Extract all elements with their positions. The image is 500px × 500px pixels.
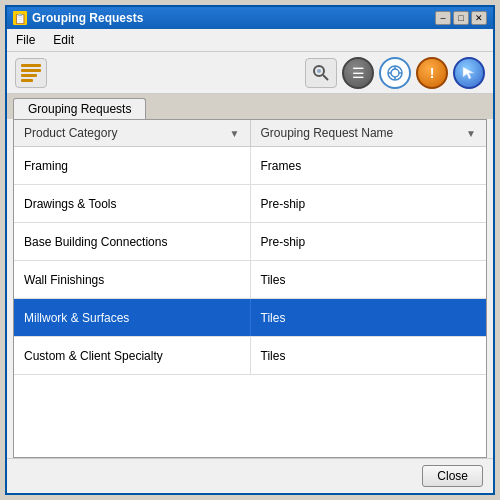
- svg-line-1: [323, 75, 328, 80]
- warning-button[interactable]: !: [416, 57, 448, 89]
- cursor-icon: [461, 65, 477, 81]
- table-row[interactable]: Millwork & SurfacesTiles: [14, 299, 486, 337]
- tab-bar: Grouping Requests: [7, 94, 493, 119]
- cell-request-name: Frames: [251, 147, 487, 184]
- column-header-category[interactable]: Product Category ▼: [14, 120, 251, 146]
- cell-category: Framing: [14, 147, 251, 184]
- table-row[interactable]: Base Building ConnectionsPre-ship: [14, 223, 486, 261]
- title-bar: 📋 Grouping Requests – □ ✕: [7, 7, 493, 29]
- cell-request-name: Pre-ship: [251, 223, 487, 260]
- cell-request-name: Tiles: [251, 299, 487, 336]
- table-row[interactable]: Wall FinishingsTiles: [14, 261, 486, 299]
- warning-icon: !: [430, 65, 435, 81]
- cell-category: Millwork & Surfaces: [14, 299, 251, 336]
- content-area: Product Category ▼ Grouping Request Name…: [13, 119, 487, 458]
- menu-icon: ☰: [352, 65, 365, 81]
- window-icon: 📋: [13, 11, 27, 25]
- cell-category: Drawings & Tools: [14, 185, 251, 222]
- svg-point-4: [391, 69, 399, 77]
- footer: Close: [7, 458, 493, 493]
- main-window: 📋 Grouping Requests – □ ✕ File Edit: [5, 5, 495, 495]
- menu-button[interactable]: ☰: [342, 57, 374, 89]
- table-row[interactable]: Drawings & ToolsPre-ship: [14, 185, 486, 223]
- maximize-button[interactable]: □: [453, 11, 469, 25]
- cell-request-name: Pre-ship: [251, 185, 487, 222]
- cell-category: Custom & Client Specialty: [14, 337, 251, 374]
- cell-category: Wall Finishings: [14, 261, 251, 298]
- category-filter-icon[interactable]: ▼: [230, 128, 240, 139]
- table-header: Product Category ▼ Grouping Request Name…: [14, 120, 486, 147]
- minimize-button[interactable]: –: [435, 11, 451, 25]
- table-row[interactable]: Custom & Client SpecialtyTiles: [14, 337, 486, 375]
- request-name-filter-icon[interactable]: ▼: [466, 128, 476, 139]
- grouping-requests-tab[interactable]: Grouping Requests: [13, 98, 146, 119]
- target-icon: [386, 64, 404, 82]
- table-body: FramingFramesDrawings & ToolsPre-shipBas…: [14, 147, 486, 457]
- toolbar: ☰ !: [7, 52, 493, 94]
- list-sort-icon: [18, 61, 44, 85]
- menu-file[interactable]: File: [13, 32, 38, 48]
- svg-point-2: [317, 69, 321, 73]
- target-button[interactable]: [379, 57, 411, 89]
- close-window-button[interactable]: ✕: [471, 11, 487, 25]
- menu-bar: File Edit: [7, 29, 493, 52]
- cursor-button[interactable]: [453, 57, 485, 89]
- cell-request-name: Tiles: [251, 337, 487, 374]
- column-header-request-name[interactable]: Grouping Request Name ▼: [251, 120, 487, 146]
- search-icon: [311, 63, 331, 83]
- menu-edit[interactable]: Edit: [50, 32, 77, 48]
- search-button[interactable]: [305, 58, 337, 88]
- svg-marker-9: [463, 67, 474, 79]
- table-row[interactable]: FramingFrames: [14, 147, 486, 185]
- close-button[interactable]: Close: [422, 465, 483, 487]
- cell-category: Base Building Connections: [14, 223, 251, 260]
- window-title: Grouping Requests: [32, 11, 143, 25]
- list-sort-button[interactable]: [15, 58, 47, 88]
- cell-request-name: Tiles: [251, 261, 487, 298]
